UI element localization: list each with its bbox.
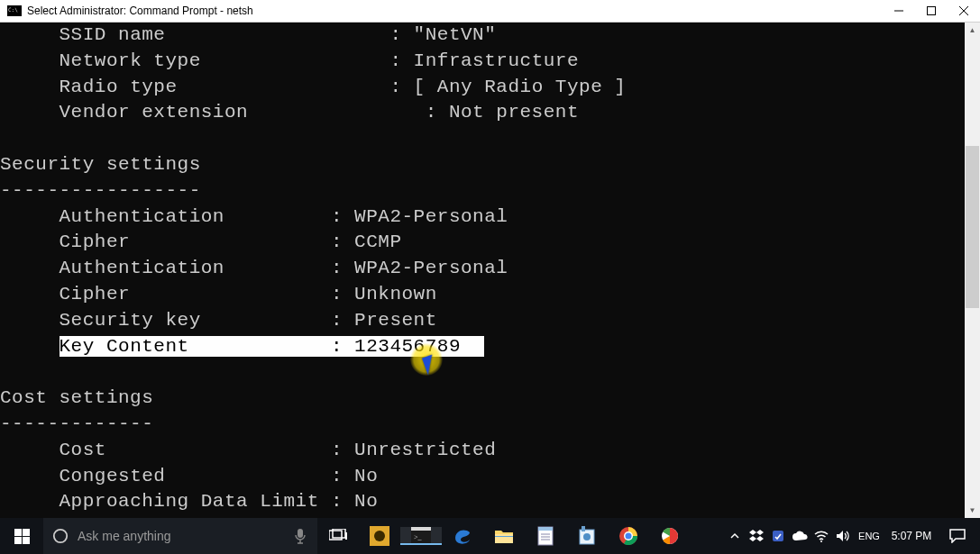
field-colon: : <box>331 438 354 464</box>
clock-label: 5:07 PM <box>892 530 932 542</box>
svg-rect-4 <box>23 537 30 544</box>
maximize-button[interactable] <box>915 0 948 22</box>
maximize-icon <box>927 6 936 15</box>
tray-onedrive[interactable] <box>789 518 811 554</box>
taskbar-app-edge[interactable] <box>442 526 483 546</box>
lang-label: ENG <box>858 531 880 541</box>
field-value: 123456789 <box>354 334 461 360</box>
field-label: Cost <box>60 438 331 464</box>
field-label: Radio type <box>60 75 319 101</box>
field-label: Congested <box>60 464 331 490</box>
svg-rect-1 <box>14 529 22 536</box>
terminal-output[interactable]: SSID name : "NetVN" Network type : Infra… <box>0 23 965 518</box>
field-value: WPA2-Personal <box>354 256 508 282</box>
svg-point-27 <box>626 533 632 540</box>
svg-rect-3 <box>14 537 22 544</box>
svg-rect-6 <box>298 529 303 538</box>
vertical-scrollbar[interactable]: ▲ ▼ <box>965 23 980 518</box>
field-value: Unknown <box>354 282 437 308</box>
tray-volume[interactable] <box>832 518 854 554</box>
field-label: SSID name <box>60 23 331 49</box>
field-colon: : <box>331 334 354 360</box>
close-button[interactable] <box>948 0 980 22</box>
microphone-icon[interactable] <box>292 528 308 544</box>
field-value: WPA2-Personal <box>354 204 508 231</box>
field-colon: : <box>426 100 449 126</box>
scroll-thumb[interactable] <box>966 146 979 308</box>
tray-network[interactable] <box>811 518 832 554</box>
taskbar-app-cmd[interactable]: >_ <box>400 527 442 545</box>
field-value: No <box>354 464 378 490</box>
svg-rect-15 <box>495 534 513 543</box>
notification-icon <box>949 529 966 543</box>
task-view-icon <box>329 529 347 543</box>
svg-rect-18 <box>538 527 553 531</box>
field-label: Authentication <box>60 256 331 282</box>
scroll-up-button[interactable]: ▲ <box>965 23 980 38</box>
svg-rect-29 <box>773 531 783 541</box>
field-label: Vendor extension <box>60 100 249 126</box>
svg-text:>_: >_ <box>414 533 423 541</box>
taskbar-app-generic[interactable] <box>566 526 608 546</box>
selected-line[interactable]: Key Content : 123456789 <box>60 336 485 357</box>
svg-rect-9 <box>345 532 347 540</box>
scroll-track[interactable] <box>965 38 980 503</box>
system-tray: ENG 5:07 PM <box>724 518 980 554</box>
field-colon: : <box>389 75 413 101</box>
tray-security[interactable] <box>767 518 789 554</box>
minimize-icon <box>894 6 903 15</box>
scroll-down-button[interactable]: ▼ <box>965 503 980 518</box>
window-title: Select Administrator: Command Prompt - n… <box>27 5 883 17</box>
field-value: Present <box>354 308 437 334</box>
generic-app-icon <box>578 526 596 546</box>
search-box[interactable]: Ask me anything <box>43 518 317 554</box>
taskbar-app-chrome[interactable] <box>608 527 649 545</box>
tray-dropbox[interactable] <box>746 518 767 554</box>
taskbar-app-notepad[interactable] <box>525 526 566 546</box>
app-icon-1 <box>370 526 389 546</box>
field-colon: : <box>331 256 354 282</box>
field-label: Key Content <box>60 334 331 360</box>
action-center-button[interactable] <box>939 518 976 554</box>
close-icon <box>959 6 968 15</box>
taskbar-app-office[interactable] <box>649 527 691 545</box>
svg-point-24 <box>583 533 591 540</box>
field-label: Network type <box>60 49 296 75</box>
field-colon: : <box>331 230 354 256</box>
task-view-button[interactable] <box>317 529 359 543</box>
titlebar[interactable]: Select Administrator: Command Prompt - n… <box>0 0 980 23</box>
search-placeholder: Ask me anything <box>78 529 292 543</box>
field-value: "NetVN" <box>414 23 497 49</box>
dropbox-icon <box>749 530 764 542</box>
svg-rect-23 <box>582 526 585 531</box>
field-value: Unrestricted <box>354 438 496 464</box>
tray-chevron[interactable] <box>724 518 746 554</box>
svg-rect-2 <box>23 529 30 536</box>
svg-point-30 <box>820 540 822 542</box>
taskbar-app-tor[interactable] <box>359 526 400 546</box>
section-divider: ------------- <box>0 413 153 434</box>
client-area: SSID name : "NetVN" Network type : Infra… <box>0 23 980 518</box>
minimize-button[interactable] <box>883 0 915 22</box>
cortana-icon <box>52 528 69 544</box>
field-label: Authentication <box>60 204 331 231</box>
section-header: Cost settings <box>0 387 153 408</box>
cmd-taskbar-icon: >_ <box>411 527 431 543</box>
svg-point-5 <box>54 530 67 542</box>
speaker-icon <box>836 530 850 542</box>
field-colon: : <box>331 464 354 490</box>
notepad-icon <box>537 526 554 546</box>
svg-rect-13 <box>411 527 431 531</box>
field-label: Security key <box>60 308 331 334</box>
tray-lang[interactable]: ENG <box>854 518 884 554</box>
chevron-up-icon <box>730 531 739 540</box>
chrome-icon <box>619 527 637 545</box>
taskbar-app-explorer[interactable] <box>483 528 525 544</box>
office-icon <box>661 527 679 545</box>
field-value: Not present <box>449 100 579 126</box>
tray-clock[interactable]: 5:07 PM <box>884 518 939 554</box>
svg-rect-0 <box>928 7 936 15</box>
section-divider: ----------------- <box>0 180 201 201</box>
start-button[interactable] <box>0 518 43 554</box>
field-colon: : <box>331 489 354 515</box>
